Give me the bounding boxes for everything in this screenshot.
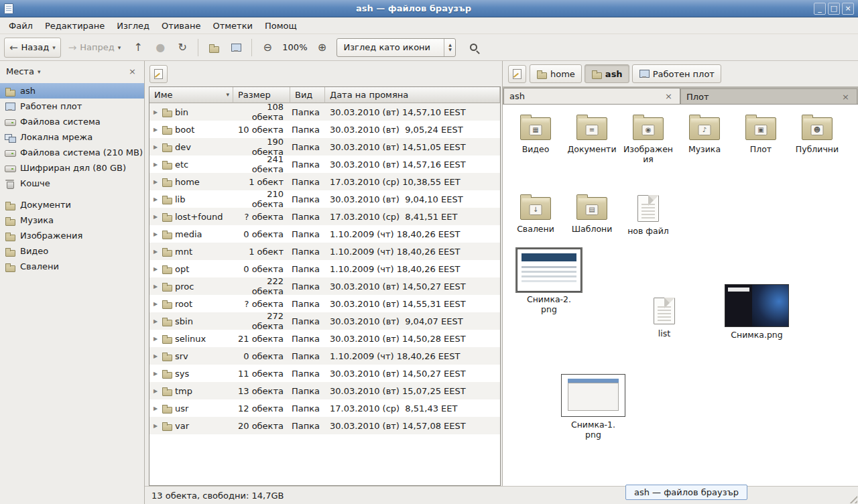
close-button[interactable]: × xyxy=(842,3,854,15)
icon-view-item[interactable]: Снимка-2.png xyxy=(512,249,586,314)
table-row[interactable]: ▶ mnt 1 обект Папка 1.10.2009 (чт) 18,40… xyxy=(149,243,500,260)
name-cell: ▶ bin xyxy=(149,107,233,117)
expander-icon[interactable]: ▶ xyxy=(152,162,159,168)
window-list-button[interactable]: ash — файлов браузър xyxy=(625,485,747,500)
expander-icon[interactable]: ▶ xyxy=(152,214,159,220)
breadcrumb-button[interactable]: home xyxy=(530,64,582,83)
menu-item[interactable]: Отметки xyxy=(206,19,258,33)
table-row[interactable]: ▶ var 20 обекта Папка 30.03.2010 (вт) 14… xyxy=(149,417,500,434)
sidebar-item[interactable]: ash xyxy=(0,83,144,99)
table-row[interactable]: ▶ srv 0 обекта Папка 1.10.2009 (чт) 18,4… xyxy=(149,347,500,365)
sidebar-title[interactable]: Места xyxy=(6,66,34,76)
view-mode-stepper[interactable]: ▲ ▼ xyxy=(444,39,455,56)
edit-location-button[interactable] xyxy=(508,65,526,83)
home-button[interactable] xyxy=(204,38,224,58)
sidebar-item[interactable]: Файлова система (210 MB) xyxy=(0,145,144,160)
tab[interactable]: ash × xyxy=(503,88,680,104)
reload-button[interactable]: ↻ xyxy=(172,38,192,58)
expander-icon[interactable]: ▶ xyxy=(152,196,159,202)
sidebar-item[interactable]: Кошче xyxy=(0,176,144,191)
table-row[interactable]: ▶ sys 11 обекта Папка 30.03.2010 (вт) 14… xyxy=(149,365,500,382)
minimize-button[interactable]: _ xyxy=(814,3,826,15)
table-row[interactable]: ▶ proc 222 обекта Папка 30.03.2010 (вт) … xyxy=(149,277,500,295)
stop-button[interactable]: ● xyxy=(150,38,170,58)
column-header-name[interactable]: Име ▾ xyxy=(149,87,233,103)
table-row[interactable]: ▶ tmp 13 обекта Папка 30.03.2010 (вт) 15… xyxy=(149,382,500,399)
sidebar-item[interactable]: Работен плот xyxy=(0,99,144,114)
search-button[interactable] xyxy=(463,38,483,58)
expander-icon[interactable]: ▶ xyxy=(152,249,159,255)
sidebar-caret-icon[interactable]: ▾ xyxy=(38,68,41,75)
column-header-type[interactable]: Вид xyxy=(290,87,325,103)
file-date: 30.03.2010 (вт) 9,04,10 EEST xyxy=(325,194,500,204)
menu-item[interactable]: Изглед xyxy=(111,19,156,33)
expander-icon[interactable]: ▶ xyxy=(152,266,159,272)
sidebar-item[interactable]: Шифриран дял (80 GB) xyxy=(0,160,144,176)
expander-icon[interactable]: ▶ xyxy=(152,353,159,359)
table-row[interactable]: ▶ selinux 21 обекта Папка 30.03.2010 (вт… xyxy=(149,330,500,347)
table-row[interactable]: ▶ usr 12 обекта Папка 17.03.2010 (ср) 8,… xyxy=(149,399,500,417)
sidebar-close-button[interactable]: × xyxy=(127,66,138,76)
menu-item[interactable]: Файл xyxy=(3,19,39,33)
back-history-caret-icon[interactable]: ▾ xyxy=(52,44,56,51)
zoom-in-button[interactable]: ⊕ xyxy=(312,38,332,58)
breadcrumb-button[interactable]: ash xyxy=(585,64,629,83)
menu-item[interactable]: Отиване xyxy=(156,19,206,33)
edit-location-button[interactable] xyxy=(149,65,168,83)
table-row[interactable]: ▶ boot 10 обекта Папка 30.03.2010 (вт) 9… xyxy=(149,121,500,138)
sidebar-item[interactable]: Локална мрежа xyxy=(0,129,144,145)
table-row[interactable]: ▶ lib 210 обекта Папка 30.03.2010 (вт) 9… xyxy=(149,190,500,208)
expander-icon[interactable]: ▶ xyxy=(152,336,159,342)
expander-icon[interactable]: ▶ xyxy=(152,179,159,185)
table-row[interactable]: ▶ etc 241 обекта Папка 30.03.2010 (вт) 1… xyxy=(149,155,500,173)
expander-icon[interactable]: ▶ xyxy=(152,144,159,150)
sidebar-item[interactable]: Файлова система xyxy=(0,114,144,129)
icon-view-item[interactable]: list xyxy=(627,294,701,338)
icon-view[interactable]: ▦ Видео ≡ Документи xyxy=(503,105,858,486)
icon-label: list xyxy=(658,328,670,338)
tab-close-icon[interactable]: × xyxy=(663,91,674,101)
computer-button[interactable] xyxy=(226,38,246,58)
table-row[interactable]: ▶ dev 190 обекта Папка 30.03.2010 (вт) 1… xyxy=(149,138,500,155)
zoom-level[interactable]: 100% xyxy=(280,42,310,52)
tab[interactable]: Плот × xyxy=(680,88,857,104)
expander-icon[interactable]: ▶ xyxy=(152,388,159,394)
sidebar-item[interactable]: Документи xyxy=(0,197,144,212)
table-row[interactable]: ▶ sbin 272 обекта Папка 30.03.2010 (вт) … xyxy=(149,312,500,330)
column-header-date[interactable]: Дата на промяна xyxy=(325,87,500,103)
tab-close-icon[interactable]: × xyxy=(840,92,851,102)
menu-item[interactable]: Редактиране xyxy=(39,19,111,33)
sidebar-item[interactable]: Свалени xyxy=(0,259,144,274)
table-row[interactable]: ▶ home 1 обект Папка 17.03.2010 (ср) 10,… xyxy=(149,173,500,190)
up-button[interactable]: ↑ xyxy=(128,38,148,58)
forward-button[interactable]: → Напред ▾ xyxy=(63,38,127,58)
expander-icon[interactable]: ▶ xyxy=(152,109,159,115)
expander-icon[interactable]: ▶ xyxy=(152,371,159,377)
expander-icon[interactable]: ▶ xyxy=(152,318,159,324)
table-row[interactable]: ▶ opt 0 обекта Папка 1.10.2009 (чт) 18,4… xyxy=(149,260,500,277)
maximize-button[interactable]: □ xyxy=(828,3,840,15)
resize-grip[interactable] xyxy=(847,493,857,503)
icon-view-item[interactable]: Снимка.png xyxy=(720,284,794,340)
sidebar-item[interactable]: Видео xyxy=(0,243,144,259)
titlebar[interactable]: ash — файлов браузър _ □ × xyxy=(0,0,858,17)
sidebar-item[interactable]: Музика xyxy=(0,212,144,228)
menu-item[interactable]: Помощ xyxy=(259,19,303,33)
expander-icon[interactable]: ▶ xyxy=(152,231,159,237)
expander-icon[interactable]: ▶ xyxy=(152,405,159,412)
sidebar-item[interactable]: Изображения xyxy=(0,228,144,243)
expander-icon[interactable]: ▶ xyxy=(152,127,159,133)
icon-view-item[interactable]: Снимка-1.png xyxy=(556,374,630,440)
expander-icon[interactable]: ▶ xyxy=(152,423,159,429)
table-row[interactable]: ▶ root ? обекта Папка 30.03.2010 (вт) 14… xyxy=(149,295,500,312)
table-row[interactable]: ▶ media 0 обекта Папка 1.10.2009 (чт) 18… xyxy=(149,225,500,243)
table-row[interactable]: ▶ bin 108 обекта Папка 30.03.2010 (вт) 1… xyxy=(149,103,500,121)
view-mode-select[interactable]: Изглед като икони ▲ ▼ xyxy=(336,38,456,57)
table-row[interactable]: ▶ lost+found ? обекта Папка 17.03.2010 (… xyxy=(149,208,500,225)
breadcrumb-button[interactable]: Работен плот xyxy=(632,64,721,83)
expander-icon[interactable]: ▶ xyxy=(152,301,159,307)
zoom-out-button[interactable]: ⊖ xyxy=(257,38,278,58)
back-button[interactable]: ← Назад ▾ xyxy=(4,38,61,58)
expander-icon[interactable]: ▶ xyxy=(152,284,159,290)
column-header-size[interactable]: Размер xyxy=(233,87,290,103)
